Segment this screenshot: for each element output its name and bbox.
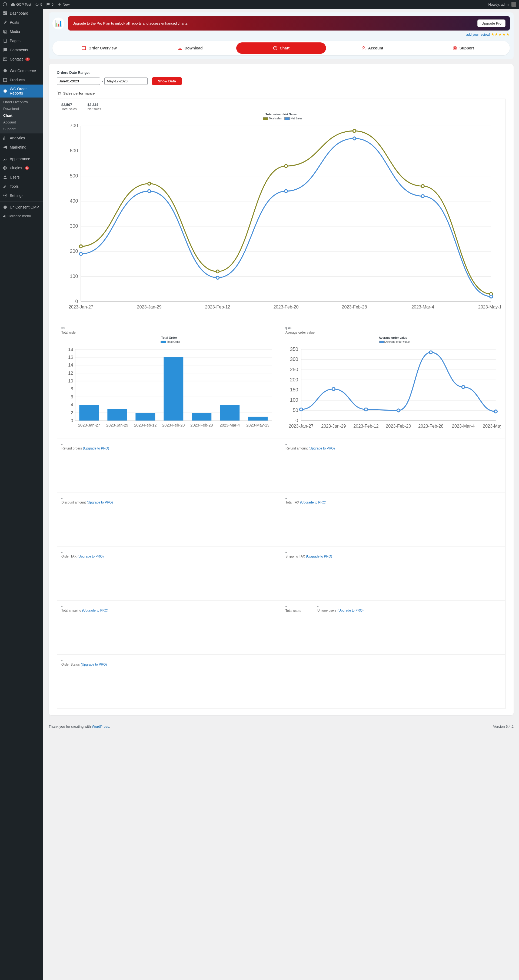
date-from-input[interactable] [57,78,100,85]
upgrade-pro-button[interactable]: Upgrade Pro [477,19,506,27]
svg-text:12: 12 [68,371,73,375]
menu-tools-icon[interactable]: Tools [0,182,43,191]
svg-point-11 [454,48,456,49]
star-rating-icon: ★★★★★ [491,32,510,37]
sales-chart-title: Total sales - Net Sales [61,113,501,116]
svg-point-12 [58,94,59,95]
menu-settings-icon[interactable]: Settings [0,191,43,200]
upgrade-link[interactable]: (Upgrade to PRO) [82,609,109,612]
wp-logo[interactable] [3,2,7,6]
svg-point-119 [462,386,465,389]
svg-point-39 [80,245,83,248]
sub-support[interactable]: Support [0,126,43,132]
svg-point-118 [429,351,432,354]
svg-text:2023-Mar-4: 2023-Mar-4 [411,304,434,309]
menu-products[interactable]: Products [0,75,43,84]
svg-point-114 [300,408,302,411]
sub-chart[interactable]: Chart [0,112,43,119]
svg-text:0: 0 [295,418,298,423]
svg-rect-83 [220,405,240,421]
svg-point-40 [148,182,151,185]
sales-chart-legend: Total salesNet Sales [61,117,501,120]
menu-appearance-icon[interactable]: Appearance [0,154,43,164]
svg-text:2023-Jan-27: 2023-Jan-27 [69,304,93,309]
svg-text:300: 300 [290,357,298,362]
svg-text:2023-Mar-4: 2023-Mar-4 [452,423,475,428]
upgrade-link[interactable]: (Upgrade to PRO) [87,501,113,504]
svg-point-117 [397,409,400,412]
menu-marketing-icon[interactable]: Marketing [0,143,43,152]
tab-chart[interactable]: Chart [236,42,326,54]
menu-uniconsent[interactable]: UniConsent CMP [0,203,43,212]
menu-page-icon[interactable]: Pages [0,36,43,45]
menu-wc-order-reports[interactable]: WC Order Reports [0,84,43,97]
date-to-input[interactable] [104,78,148,85]
svg-text:50: 50 [293,407,298,413]
upgrade-link[interactable]: (Upgrade to PRO) [337,609,364,612]
svg-point-120 [494,410,497,413]
comments-count[interactable]: 0 [46,2,53,6]
updates[interactable]: 9 [35,2,42,6]
sub-download[interactable]: Download [0,105,43,112]
howdy[interactable]: Howdy, admin [489,2,516,7]
wordpress-link[interactable]: WordPress [92,724,109,729]
tab-support[interactable]: Support [418,42,508,54]
chart-icon [273,46,278,51]
svg-text:2023-Feb-20: 2023-Feb-20 [273,304,299,309]
svg-point-9 [363,46,364,48]
net-sales-value: $2,234 [88,103,101,107]
svg-text:4: 4 [70,402,73,407]
svg-text:2023-Feb-28: 2023-Feb-28 [342,304,367,309]
svg-text:2023-Jan-29: 2023-Jan-29 [137,304,162,309]
svg-text:400: 400 [70,199,78,204]
new-content[interactable]: New [57,2,70,6]
svg-text:2023-Jan-29: 2023-Jan-29 [106,423,128,428]
show-data-button[interactable]: Show Data [152,77,182,85]
svg-point-41 [216,270,219,273]
site-name[interactable]: GCP Test [11,2,31,6]
svg-rect-79 [163,357,183,421]
menu-woocommerce[interactable]: WooCommerce [0,66,43,75]
svg-rect-7 [82,46,86,50]
menu-users-icon[interactable]: Users [0,173,43,182]
content-area: 📊 Upgrade to the Pro Plan to unlock all … [43,13,519,721]
sub-order-overview[interactable]: Order Overview [0,99,43,105]
menu-plugins[interactable]: Plugins6 [0,164,43,173]
svg-point-115 [332,388,335,391]
account-icon [361,46,366,51]
upgrade-link[interactable]: (Upgrade to PRO) [78,555,104,558]
add-review-link[interactable]: add your review! [466,33,490,37]
promo-banner: Upgrade to the Pro Plan to unlock all re… [68,16,510,30]
collapse-menu[interactable]: ◀ Collapse menu [0,212,43,220]
upgrade-link[interactable]: (Upgrade to PRO) [83,447,109,450]
upgrade-link[interactable]: (Upgrade to PRO) [306,555,332,558]
menu-analytics-icon[interactable]: Analytics [0,134,43,143]
total-tax-cell: - Total TAX (Upgrade to PRO) [281,492,505,546]
tab-download[interactable]: Download [145,42,235,54]
tab-order-overview[interactable]: Order Overview [54,42,144,54]
svg-text:2: 2 [70,410,73,415]
svg-text:100: 100 [70,274,78,279]
svg-text:2023-Feb-12: 2023-Feb-12 [205,304,230,309]
upgrade-link[interactable]: (Upgrade to PRO) [81,663,107,667]
svg-text:2023-Feb-28: 2023-Feb-28 [418,423,443,428]
refund-orders-cell: - Refund orders (Upgrade to PRO) [57,438,281,492]
sub-account[interactable]: Account [0,119,43,126]
upgrade-link[interactable]: (Upgrade to PRO) [309,447,335,450]
version-text: Version 6.4.2 [493,724,514,729]
total-shipping-cell: - Total shipping (Upgrade to PRO) [57,600,281,654]
order-status-cell: - Order Status (Upgrade to PRO) [57,654,505,708]
svg-rect-81 [192,413,211,421]
menu-pin-icon[interactable]: Posts [0,18,43,27]
svg-point-1 [3,69,7,72]
svg-text:2023-Mar-4: 2023-Mar-4 [219,423,240,428]
menu-comment-icon[interactable]: Comments [0,45,43,54]
menu-dashboard-icon[interactable]: Dashboard [0,9,43,18]
svg-text:350: 350 [290,347,298,352]
upgrade-link[interactable]: (Upgrade to PRO) [300,501,327,504]
svg-point-47 [148,190,151,193]
menu-contact[interactable]: Contact1 [0,54,43,64]
tab-account[interactable]: Account [327,42,417,54]
svg-text:300: 300 [70,223,78,229]
menu-media-icon[interactable]: Media [0,27,43,36]
